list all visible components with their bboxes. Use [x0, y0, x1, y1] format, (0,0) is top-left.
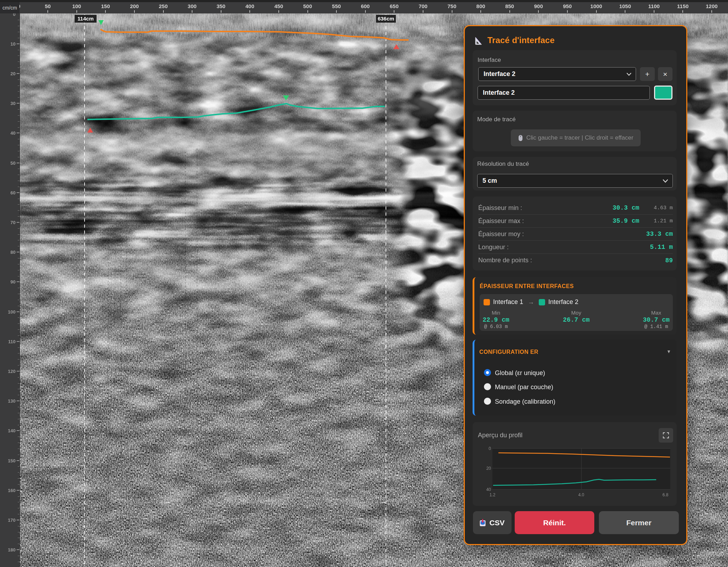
svg-text:6.8: 6.8: [663, 492, 669, 497]
svg-text:1.2: 1.2: [490, 492, 496, 497]
svg-text:4.0: 4.0: [578, 492, 584, 497]
svg-text:40: 40: [486, 487, 491, 492]
svg-text:0: 0: [489, 446, 491, 451]
svg-text:20: 20: [486, 466, 491, 471]
